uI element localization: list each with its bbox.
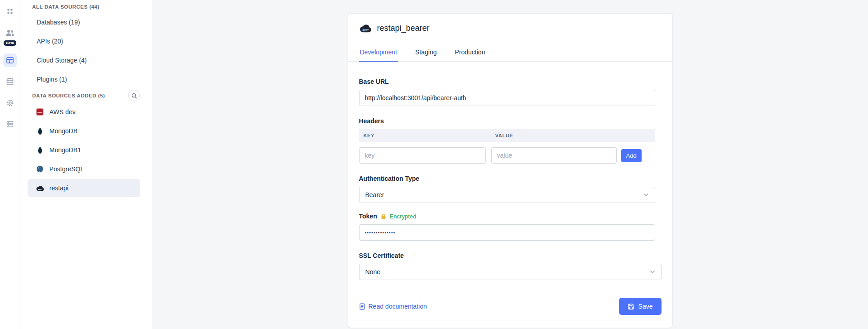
key-column-header: KEY: [359, 133, 491, 138]
token-label-row: Token Encrypted: [359, 213, 662, 220]
main-area: REST restapi_bearer Development Staging …: [152, 0, 868, 329]
sidebar-item-cloud-storage[interactable]: Cloud Storage (4): [20, 51, 152, 70]
data-sources-added-header: DATA SOURCES ADDED (5): [32, 93, 105, 98]
headers-label: Headers: [359, 117, 662, 125]
tab-staging[interactable]: Staging: [414, 44, 437, 62]
card-header: REST restapi_bearer: [348, 14, 672, 33]
aws-icon: aws: [36, 108, 44, 116]
svg-text:REST: REST: [38, 189, 43, 190]
mongodb-icon: [36, 146, 44, 154]
save-button[interactable]: Save: [619, 298, 662, 315]
base-url-label: Base URL: [359, 78, 662, 85]
source-item-label: PostgreSQL: [49, 165, 84, 173]
search-button[interactable]: [128, 90, 140, 102]
icon-rail: Beta: [0, 0, 20, 329]
save-icon: [628, 303, 634, 310]
save-button-label: Save: [638, 303, 653, 310]
auth-type-group: Authentication Type Bearer: [359, 175, 662, 203]
source-item-postgresql[interactable]: PostgreSQL: [28, 160, 140, 178]
database-icon[interactable]: [3, 75, 17, 88]
header-value-input[interactable]: [491, 147, 617, 164]
token-label: Token: [359, 213, 377, 220]
source-item-label: MongoDB: [49, 127, 77, 135]
data-sources-icon[interactable]: [3, 53, 17, 67]
source-item-label: restapi: [49, 184, 68, 192]
settings-gear-icon[interactable]: [3, 96, 17, 110]
postgresql-icon: [36, 165, 44, 173]
headers-group: Headers KEY VALUE Add: [359, 117, 662, 164]
tab-development[interactable]: Development: [359, 44, 398, 62]
environment-tabs: Development Staging Production: [348, 44, 672, 62]
add-header-button[interactable]: Add: [621, 149, 642, 162]
app-root: Beta ALL DATA SOURCES (44) Databases (19…: [0, 0, 868, 329]
chevron-down-icon: [643, 193, 649, 197]
beta-badge: Beta: [4, 40, 16, 46]
source-item-mongodb[interactable]: MongoDB: [28, 122, 140, 140]
svg-text:aws: aws: [37, 111, 43, 114]
ssl-certificate-value: None: [365, 268, 380, 276]
source-item-aws-dev[interactable]: aws AWS dev: [28, 103, 140, 121]
data-sources-added-header-row: DATA SOURCES ADDED (5): [20, 89, 152, 102]
page-title: restapi_bearer: [377, 24, 430, 33]
token-group: Token Encrypted: [359, 213, 662, 241]
data-source-config-card: REST restapi_bearer Development Staging …: [348, 13, 673, 328]
tab-production[interactable]: Production: [454, 44, 486, 62]
apps-icon[interactable]: [3, 5, 17, 18]
workflows-icon[interactable]: [3, 26, 17, 39]
rest-api-icon: REST: [359, 24, 371, 33]
card-footer: Read documentation Save: [348, 298, 672, 328]
all-data-sources-header: ALL DATA SOURCES (44): [20, 1, 152, 13]
ssl-certificate-label: SSL Certificate: [359, 252, 662, 259]
workspace-icon[interactable]: [3, 117, 17, 131]
read-documentation-label: Read documentation: [369, 303, 427, 310]
sidebar-item-plugins[interactable]: Plugins (1): [20, 70, 152, 89]
source-item-mongodb1[interactable]: MongoDB1: [28, 141, 140, 159]
header-input-row: Add: [359, 147, 662, 164]
document-icon: [359, 303, 365, 310]
value-column-header: VALUE: [491, 133, 655, 138]
base-url-group: Base URL: [359, 78, 662, 106]
workflows-rail-group: Beta: [3, 26, 17, 46]
lock-icon: [381, 213, 386, 219]
rest-api-icon: REST: [36, 185, 44, 191]
search-icon: [131, 93, 137, 99]
config-form: Base URL Headers KEY VALUE Add: [348, 62, 672, 298]
chevron-down-icon: [650, 270, 655, 274]
header-key-input[interactable]: [359, 147, 486, 164]
data-sources-sidebar: ALL DATA SOURCES (44) Databases (19) API…: [20, 0, 152, 329]
auth-type-label: Authentication Type: [359, 175, 662, 182]
auth-type-value: Bearer: [365, 191, 384, 198]
sidebar-item-databases[interactable]: Databases (19): [20, 13, 152, 32]
mongodb-icon: [36, 127, 44, 135]
encrypted-badge: Encrypted: [390, 213, 417, 220]
source-item-label: MongoDB1: [49, 146, 81, 154]
source-item-label: AWS dev: [49, 108, 76, 116]
ssl-certificate-select[interactable]: None: [359, 264, 662, 280]
ssl-group: SSL Certificate None: [359, 252, 662, 280]
sidebar-item-apis[interactable]: APIs (20): [20, 32, 152, 51]
base-url-input[interactable]: [359, 90, 655, 106]
svg-text:REST: REST: [362, 29, 369, 32]
token-input[interactable]: [359, 224, 655, 241]
auth-type-select[interactable]: Bearer: [359, 187, 655, 203]
headers-table-header: KEY VALUE: [359, 129, 655, 142]
source-item-restapi[interactable]: REST restapi: [28, 179, 140, 197]
read-documentation-link[interactable]: Read documentation: [359, 303, 427, 310]
